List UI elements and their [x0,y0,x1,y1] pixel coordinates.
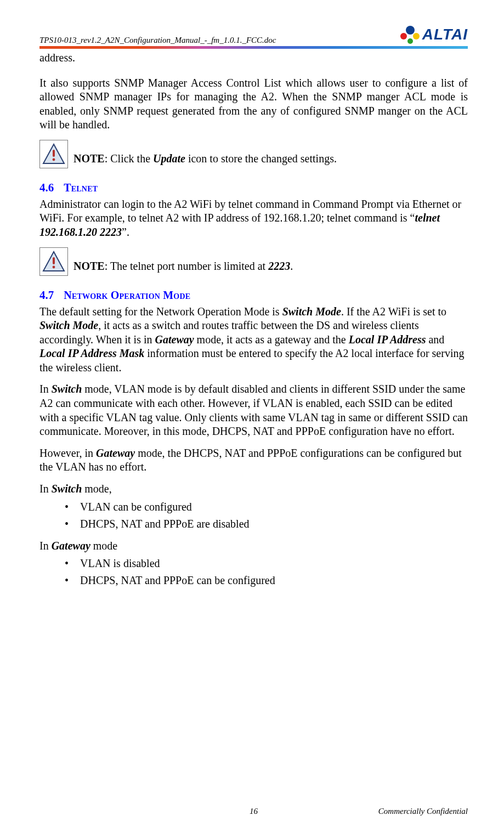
svg-point-2 [53,158,55,161]
update-term: Update [153,152,185,165]
note-row-1: NOTE: Click the Update icon to store the… [39,140,468,168]
list-item: VLAN can be configured [80,499,468,516]
header-rule [39,46,468,49]
note-2-text: NOTE: The telnet port number is limited … [73,259,293,276]
warning-icon [39,247,68,276]
document-page: TPS10-013_rev1.2_A2N_Configuration_Manua… [0,0,504,838]
note-1-text: NOTE: Click the Update icon to store the… [73,152,337,168]
note-label: NOTE [73,260,105,272]
gateway-mode-list: VLAN is disabled DHCPS, NAT and PPPoE ca… [39,555,468,589]
gateway-mode-intro: In Gateway mode [39,539,468,553]
switch-mode-intro: In Switch mode, [39,482,468,496]
list-item: DHCPS, NAT and PPPoE can be configured [80,572,468,589]
nom-paragraph-1: The default setting for the Network Oper… [39,305,468,375]
telnet-port: 2223 [268,260,290,272]
telnet-paragraph: Administrator can login to the A2 WiFi b… [39,197,468,240]
note-row-2: NOTE: The telnet port number is limited … [39,247,468,276]
section-4-7-heading: 4.7Network Operation Mode [39,288,468,303]
logo-text: ALTAI [422,26,468,43]
brand-logo: ALTAI [400,24,468,45]
fragment-line: address. [39,51,468,65]
nom-paragraph-3: However, in Gateway mode, the DHCPS, NAT… [39,446,468,474]
svg-rect-1 [53,150,55,157]
svg-point-5 [53,265,55,268]
list-item: DHCPS, NAT and PPPoE are disabled [80,516,468,533]
svg-rect-4 [53,257,55,264]
section-title: Telnet [64,182,98,194]
body-content: address. It also supports SNMP Manager A… [39,51,468,589]
section-4-6-heading: 4.6Telnet [39,180,468,195]
section-title: Network Operation Mode [64,289,190,301]
section-number: 4.7 [39,288,54,302]
logo-icon [400,26,420,44]
list-item: VLAN is disabled [80,555,468,572]
page-footer: 16 Commercially Confidential [39,805,468,816]
switch-mode-list: VLAN can be configured DHCPS, NAT and PP… [39,499,468,533]
document-id: TPS10-013_rev1.2_A2N_Configuration_Manua… [39,36,276,45]
section-number: 4.6 [39,181,54,194]
nom-paragraph-2: In Switch mode, VLAN mode is by default … [39,382,468,438]
page-header: TPS10-013_rev1.2_A2N_Configuration_Manua… [39,24,468,45]
warning-icon [39,140,68,168]
confidentiality-label: Commercially Confidential [378,807,468,816]
page-number: 16 [250,807,258,816]
note-label: NOTE [73,152,105,165]
snmp-paragraph: It also supports SNMP Manager Access Con… [39,76,468,132]
